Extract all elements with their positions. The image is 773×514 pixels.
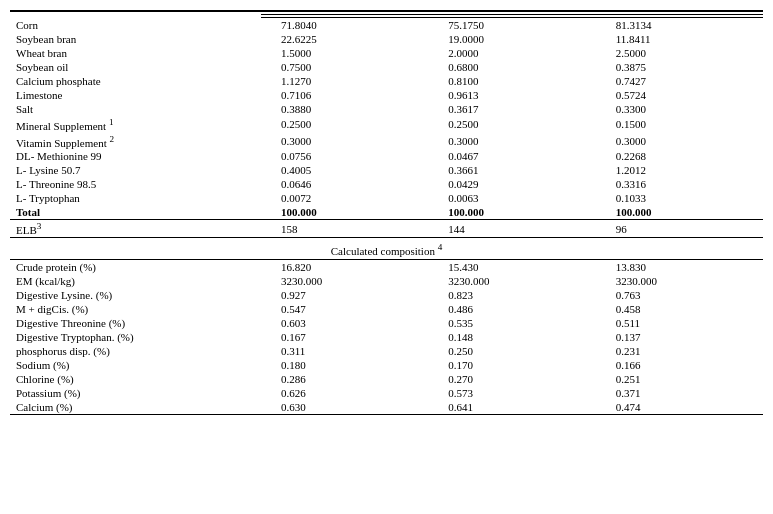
- ingredient-value: 71.8040: [261, 18, 428, 33]
- elb-value: 158: [261, 220, 428, 238]
- composition-value: 0.180: [261, 358, 428, 372]
- composition-label: M + digCis. (%): [10, 302, 261, 316]
- composition-value: 0.311: [261, 344, 428, 358]
- ingredient-value: 81.3134: [596, 18, 763, 33]
- composition-value: 0.823: [428, 288, 595, 302]
- ingredient-value: 100.000: [261, 205, 428, 220]
- composition-value: 0.137: [596, 330, 763, 344]
- ingredient-name: Mineral Supplement 1: [10, 116, 261, 133]
- ingredient-value: 0.9613: [428, 88, 595, 102]
- composition-value: 0.250: [428, 344, 595, 358]
- composition-label: EM (kcal/kg): [10, 274, 261, 288]
- ingredient-value: 0.3875: [596, 60, 763, 74]
- ingredient-value: 0.2500: [428, 116, 595, 133]
- ingredient-value: 0.1500: [596, 116, 763, 133]
- composition-label: Potassium (%): [10, 386, 261, 400]
- ingredient-value: 0.3000: [596, 133, 763, 150]
- ingredient-value: 0.0646: [261, 177, 428, 191]
- ingredient-name: L- Threonine 98.5: [10, 177, 261, 191]
- composition-value: 0.170: [428, 358, 595, 372]
- ingredient-value: 0.3661: [428, 163, 595, 177]
- ingredient-value: 0.5724: [596, 88, 763, 102]
- composition-value: 0.927: [261, 288, 428, 302]
- ingredient-value: 0.7427: [596, 74, 763, 88]
- ingredient-name: Soybean oil: [10, 60, 261, 74]
- ingredient-name: Calcium phosphate: [10, 74, 261, 88]
- composition-value: 0.148: [428, 330, 595, 344]
- ingredient-value: 0.3000: [428, 133, 595, 150]
- ingredient-value: 11.8411: [596, 32, 763, 46]
- composition-label: Digestive Tryptophan. (%): [10, 330, 261, 344]
- composition-label: phosphorus disp. (%): [10, 344, 261, 358]
- ingredient-value: 0.3880: [261, 102, 428, 116]
- elb-label: ELB3: [10, 220, 261, 238]
- ingredient-value: 2.5000: [596, 46, 763, 60]
- ingredient-value: 0.3000: [261, 133, 428, 150]
- composition-label: Crude protein (%): [10, 259, 261, 274]
- ingredient-value: 1.2012: [596, 163, 763, 177]
- ingredient-name: Vitamin Supplement 2: [10, 133, 261, 150]
- composition-value: 0.573: [428, 386, 595, 400]
- composition-label: Sodium (%): [10, 358, 261, 372]
- ingredient-name: Total: [10, 205, 261, 220]
- composition-value: 0.486: [428, 302, 595, 316]
- ingredient-value: 0.0063: [428, 191, 595, 205]
- composition-label: Chlorine (%): [10, 372, 261, 386]
- elb-value: 144: [428, 220, 595, 238]
- ingredient-value: 2.0000: [428, 46, 595, 60]
- ingredient-value: 0.0756: [261, 149, 428, 163]
- ingredient-value: 100.000: [428, 205, 595, 220]
- ingredient-value: 0.7500: [261, 60, 428, 74]
- ingredient-value: 75.1750: [428, 18, 595, 33]
- composition-value: 0.641: [428, 400, 595, 415]
- composition-value: 0.166: [596, 358, 763, 372]
- composition-value: 0.626: [261, 386, 428, 400]
- composition-label: Digestive Lysine. (%): [10, 288, 261, 302]
- composition-value: 0.474: [596, 400, 763, 415]
- composition-value: 0.167: [261, 330, 428, 344]
- composition-value: 0.270: [428, 372, 595, 386]
- ingredient-value: 0.3300: [596, 102, 763, 116]
- ingredient-value: 0.3316: [596, 177, 763, 191]
- ingredient-value: 19.0000: [428, 32, 595, 46]
- composition-value: 0.535: [428, 316, 595, 330]
- composition-value: 3230.000: [428, 274, 595, 288]
- ingredient-value: 0.0467: [428, 149, 595, 163]
- ingredient-name: L- Lysine 50.7: [10, 163, 261, 177]
- ingredient-value: 1.1270: [261, 74, 428, 88]
- composition-value: 3230.000: [261, 274, 428, 288]
- composition-value: 13.830: [596, 259, 763, 274]
- composition-value: 0.286: [261, 372, 428, 386]
- composition-value: 0.547: [261, 302, 428, 316]
- elb-value: 96: [596, 220, 763, 238]
- ingredient-value: 0.3617: [428, 102, 595, 116]
- composition-value: 15.430: [428, 259, 595, 274]
- ingredient-value: 1.5000: [261, 46, 428, 60]
- ingredient-value: 22.6225: [261, 32, 428, 46]
- ingredient-name: Soybean bran: [10, 32, 261, 46]
- ingredient-value: 0.1033: [596, 191, 763, 205]
- composition-value: 16.820: [261, 259, 428, 274]
- composition-label: Calcium (%): [10, 400, 261, 415]
- composition-value: 0.511: [596, 316, 763, 330]
- ingredient-value: 0.2268: [596, 149, 763, 163]
- ingredient-name: Limestone: [10, 88, 261, 102]
- ingredient-value: 0.0429: [428, 177, 595, 191]
- main-table: Corn71.804075.175081.3134Soybean bran22.…: [10, 10, 763, 415]
- ingredient-value: 0.2500: [261, 116, 428, 133]
- composition-value: 0.231: [596, 344, 763, 358]
- composition-value: 0.603: [261, 316, 428, 330]
- composition-value: 0.251: [596, 372, 763, 386]
- ingredient-name: Salt: [10, 102, 261, 116]
- ingredient-name: Wheat bran: [10, 46, 261, 60]
- composition-value: 0.763: [596, 288, 763, 302]
- ingredient-name: DL- Methionine 99: [10, 149, 261, 163]
- composition-label: Digestive Threonine (%): [10, 316, 261, 330]
- ingredient-value: 0.4005: [261, 163, 428, 177]
- composition-value: 3230.000: [596, 274, 763, 288]
- ingredient-value: 100.000: [596, 205, 763, 220]
- ingredient-name: Corn: [10, 18, 261, 33]
- ingredient-name: L- Tryptophan: [10, 191, 261, 205]
- composition-value: 0.458: [596, 302, 763, 316]
- composition-value: 0.630: [261, 400, 428, 415]
